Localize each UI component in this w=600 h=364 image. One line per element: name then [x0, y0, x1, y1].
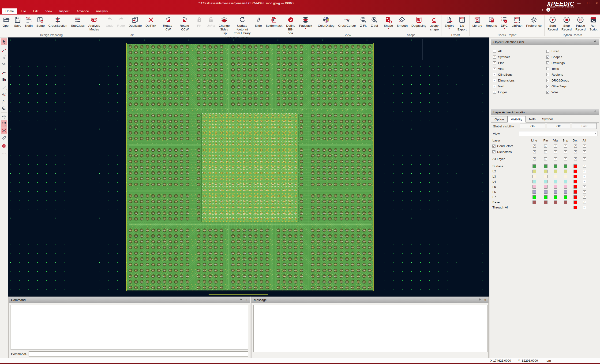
checkbox-icon[interactable]: ✓: [492, 150, 496, 154]
tool-cut-icon[interactable]: ▾: [1, 127, 7, 134]
ribbon-button-export[interactable]: Export▾: [443, 15, 456, 30]
tool-text-icon[interactable]: AT: [1, 91, 7, 98]
ribbon-button-lib-export[interactable]: LibraryLib Export: [456, 15, 469, 32]
layer-color-swatch[interactable]: [564, 180, 567, 183]
ribbon-button-soldermask[interactable]: Soldermask: [264, 15, 284, 28]
dropdown-caret-icon[interactable]: ▾: [504, 28, 505, 30]
checkbox-icon[interactable]: ✓: [493, 61, 496, 64]
design-canvas[interactable]: A1A2A3A4A5A6A7A8A9A10A11A13A14A15A16A17A…: [8, 37, 489, 297]
layer-color-swatch[interactable]: [554, 195, 557, 199]
command-input[interactable]: [28, 351, 248, 356]
layer-color-swatch[interactable]: [544, 185, 547, 189]
column-header-shp[interactable]: Shp: [560, 139, 571, 142]
dropdown-caret-icon[interactable]: ▾: [6, 132, 7, 134]
checkbox-icon[interactable]: ✓: [533, 150, 536, 154]
ribbon-button-preference[interactable]: Preference: [524, 15, 544, 28]
ribbon-button-library[interactable]: LibraryLibrary: [471, 15, 484, 28]
command-output-area[interactable]: [10, 305, 248, 350]
layer-color-swatch[interactable]: [564, 185, 567, 189]
layer-color-swatch[interactable]: [544, 164, 547, 168]
ribbon-button-define-bb-via[interactable]: Define BB-Via: [284, 15, 297, 36]
filter-item-texts[interactable]: ✓Texts: [546, 66, 569, 72]
layer-color-swatch[interactable]: [573, 195, 577, 199]
filter-item-void[interactable]: ✓Void: [493, 83, 515, 89]
close-icon[interactable]: ×: [596, 1, 598, 5]
ribbon-button-delpick[interactable]: DelPick: [144, 15, 158, 28]
canvas-svg[interactable]: A1A2A3A4A5A6A7A8A9A10A11A13A14A15A16A17A…: [8, 37, 489, 297]
checkbox-icon[interactable]: ✓: [493, 55, 496, 59]
layer-color-swatch[interactable]: [544, 170, 547, 173]
layer-color-swatch[interactable]: [554, 190, 557, 194]
tab-visibility[interactable]: Visibility: [507, 116, 526, 122]
checkbox-icon[interactable]: ✓: [554, 145, 557, 147]
ball-pad-array[interactable]: A1A2A3A4A5A6A7A8A9A10A11A13A14A15A16A17A…: [129, 45, 372, 289]
layer-color-swatch[interactable]: [564, 195, 567, 199]
filter-item-shapes[interactable]: ✓Shapes: [546, 54, 569, 60]
tool-line-icon[interactable]: ▾: [1, 84, 7, 91]
filter-item-all[interactable]: All: [493, 48, 515, 54]
tool-ruler-icon[interactable]: [1, 135, 7, 141]
ribbon-button-degassing[interactable]: Degassing: [409, 15, 428, 28]
tool-slide-tool-icon[interactable]: [1, 54, 7, 60]
checkbox-icon[interactable]: ✓: [574, 150, 577, 154]
ribbon-button-pause-record[interactable]: Pause Record: [573, 15, 588, 32]
checkbox-icon[interactable]: ✓: [583, 180, 586, 183]
checkbox-icon[interactable]: [546, 50, 549, 53]
ribbon-button-start-record[interactable]: Start Record: [546, 15, 560, 32]
layer-color-swatch[interactable]: [554, 164, 557, 168]
ribbon-button-reports[interactable]: Reports: [484, 15, 499, 28]
checkbox-icon[interactable]: ✓: [583, 157, 586, 160]
tool-select-arrow-icon[interactable]: [1, 38, 7, 45]
tab-symbol[interactable]: Symbol: [539, 116, 556, 122]
filter-item-drc-group[interactable]: ✓DRC&Group: [546, 78, 569, 83]
checkbox-icon[interactable]: ✓: [493, 91, 496, 94]
layer-color-swatch[interactable]: [544, 195, 547, 199]
checkbox-icon[interactable]: ✓: [583, 185, 586, 188]
layer-color-swatch[interactable]: [533, 190, 536, 194]
layer-color-swatch[interactable]: [564, 190, 567, 194]
ribbon-button-netin[interactable]: NETNetIn: [23, 15, 34, 28]
column-header-all[interactable]: All: [579, 139, 590, 142]
collapse-ribbon-icon[interactable]: ▲: [541, 9, 544, 11]
layer-color-swatch[interactable]: [533, 200, 536, 204]
layer-color-swatch[interactable]: [544, 175, 547, 178]
layer-color-swatch[interactable]: [573, 170, 577, 173]
checkbox-icon[interactable]: ✓: [583, 165, 586, 168]
menu-item-advance[interactable]: Advance: [73, 9, 93, 14]
checkbox-icon[interactable]: ✓: [583, 145, 586, 147]
dropdown-caret-icon[interactable]: ▾: [449, 28, 450, 30]
checkbox-icon[interactable]: ✓: [546, 67, 549, 70]
help-icon[interactable]: ?: [546, 8, 550, 12]
pin-icon[interactable]: [593, 40, 597, 44]
checkbox-icon[interactable]: ✓: [544, 157, 547, 160]
checkbox-icon[interactable]: ✓: [492, 145, 496, 147]
layer-color-swatch[interactable]: [564, 175, 567, 178]
layer-color-swatch[interactable]: [533, 164, 536, 168]
checkbox-icon[interactable]: [493, 50, 496, 53]
layer-color-swatch[interactable]: [533, 180, 536, 183]
layer-color-swatch[interactable]: [533, 185, 536, 189]
column-header-line[interactable]: Line: [529, 139, 539, 142]
column-header-layer[interactable]: Layer: [492, 139, 500, 142]
filter-item-drawings[interactable]: ✓Drawings: [546, 60, 569, 66]
layer-color-swatch[interactable]: [573, 175, 577, 178]
ribbon-button-zcopy-shape[interactable]: zcopy shape: [428, 15, 441, 32]
checkbox-icon[interactable]: ✓: [493, 73, 496, 76]
pin-icon[interactable]: [478, 298, 481, 302]
tool-zoom-text-icon[interactable]: A: [1, 105, 7, 112]
message-output-area[interactable]: [253, 305, 488, 352]
checkbox-icon[interactable]: ✓: [493, 79, 496, 82]
layer-color-swatch[interactable]: [564, 200, 567, 204]
global-visibility-off-button[interactable]: Off: [547, 123, 570, 129]
checkbox-icon[interactable]: ✓: [564, 150, 567, 154]
tab-option[interactable]: Option: [491, 116, 507, 122]
close-panel-icon[interactable]: ×: [245, 298, 247, 302]
checkbox-icon[interactable]: ✓: [554, 157, 557, 160]
checkbox-icon[interactable]: ✓: [574, 145, 577, 147]
chevron-down-icon[interactable]: ▾: [595, 132, 596, 135]
layer-color-swatch[interactable]: [554, 200, 557, 204]
menu-item-file[interactable]: File: [17, 9, 29, 14]
checkbox-icon[interactable]: ✓: [546, 61, 549, 64]
checkbox-icon[interactable]: ✓: [533, 157, 536, 160]
filter-item-symbols[interactable]: ✓Symbols: [493, 54, 515, 60]
